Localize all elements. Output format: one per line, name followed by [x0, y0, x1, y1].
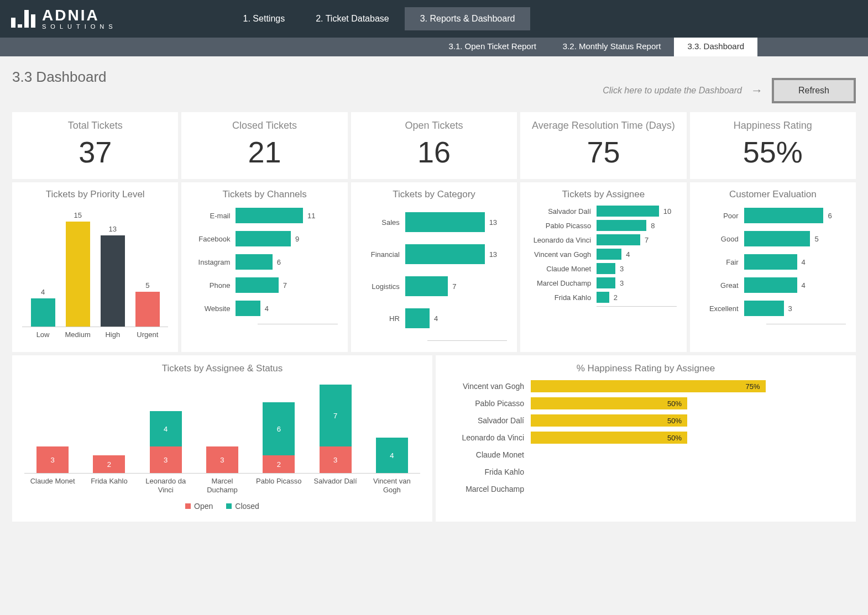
- chart-title: Tickets by Channels: [191, 189, 337, 200]
- topbar: ADNIA SOLUTIONS 1. Settings2. Ticket Dat…: [0, 0, 868, 38]
- chart-category: Tickets by Category Sales13Financial13Lo…: [351, 182, 517, 352]
- kpi-card-2: Open Tickets16: [351, 112, 517, 179]
- hbar-row: Leonardo da Vinci7: [530, 234, 676, 245]
- main-tab-1[interactable]: 2. Ticket Database: [300, 7, 405, 30]
- bar-medium: 15: [60, 206, 95, 327]
- hbar-value: 5: [814, 235, 818, 243]
- happiness-track: 50%: [531, 397, 844, 409]
- legend-closed: Closed: [226, 502, 259, 511]
- brand-sub: SOLUTIONS: [42, 23, 117, 30]
- kpi-value: 37: [12, 135, 178, 169]
- hbar-row: Financial13: [361, 244, 507, 264]
- happiness-row: Pablo Picasso50%: [448, 397, 844, 410]
- arrow-right-icon: →: [751, 83, 763, 98]
- hbar-row: Frida Kahlo2: [530, 292, 676, 303]
- hbar-track: 13: [405, 244, 507, 264]
- hbar: [236, 301, 260, 316]
- chart-evaluation: Customer Evaluation Poor6Good5Fair4Great…: [690, 182, 856, 352]
- bar-high: 13: [95, 206, 130, 327]
- hbar-track: 13: [405, 212, 507, 232]
- hbar: [236, 208, 303, 223]
- kpi-value: 21: [181, 135, 347, 169]
- hbar-label: Salvador Dalí: [530, 207, 597, 215]
- legend-open: Open: [185, 502, 213, 511]
- hbar-track: 7: [236, 277, 337, 293]
- hbar-value: 13: [489, 218, 497, 227]
- stack-cat: Claude Monet: [24, 477, 81, 494]
- happiness-track: 50%: [531, 432, 844, 444]
- happiness-bar: 50%: [531, 414, 687, 427]
- hbar: [236, 231, 291, 246]
- main-tab-0[interactable]: 1. Settings: [228, 7, 301, 30]
- kpi-value: 16: [351, 135, 517, 169]
- big-chart-row: Tickets by Assignee & Status 3234326374 …: [12, 355, 856, 522]
- main-tab-2[interactable]: 3. Reports & Dashboard: [405, 7, 531, 30]
- refresh-hint: Click here to update the Dashboard: [603, 86, 742, 96]
- hbar-row: Logistics7: [361, 276, 507, 296]
- hbar-label: Pablo Picasso: [530, 222, 597, 230]
- bar-value: 4: [41, 288, 45, 296]
- stack-seg-open: 3: [320, 446, 352, 473]
- hbar: [597, 292, 609, 303]
- hbar: [405, 308, 430, 328]
- bar-urgent: 5: [130, 206, 165, 327]
- hbar-row: Phone7: [191, 277, 337, 293]
- hbar-label: Poor: [700, 212, 744, 220]
- stack-seg-closed: 7: [320, 385, 352, 446]
- happiness-label: Claude Monet: [448, 450, 531, 459]
- bar: [66, 222, 90, 327]
- happiness-label: Leonardo da Vinci: [448, 433, 531, 442]
- chart-priority: Tickets by Priority Level 415135 LowMedi…: [12, 182, 178, 352]
- hbar-value: 9: [295, 235, 299, 243]
- stack-cat: Marcel Duchamp: [194, 477, 250, 494]
- hbar-label: Claude Monet: [530, 265, 597, 273]
- hbar-value: 2: [614, 293, 618, 302]
- hbar-label: Facebook: [191, 235, 236, 243]
- hbar-row: Great4: [700, 277, 846, 293]
- hbar-value: 8: [651, 222, 655, 230]
- stack-seg-closed: 6: [263, 402, 295, 455]
- stack-col: 3: [206, 446, 238, 473]
- bar-value: 13: [109, 225, 117, 233]
- happiness-row: Salvador Dalí50%: [448, 414, 844, 427]
- stack-seg-open: 3: [36, 446, 69, 473]
- hbar-track: 10: [597, 206, 676, 217]
- hbar-track: 3: [744, 301, 846, 316]
- hbar: [405, 276, 448, 296]
- hbar-value: 4: [802, 258, 806, 266]
- hbar-value: 3: [788, 304, 792, 313]
- chart-assignee: Tickets by Assignee Salvador Dalí10Pablo…: [520, 182, 686, 352]
- stack-seg-open: 3: [150, 446, 182, 473]
- hbar: [597, 220, 646, 231]
- hbar-row: E-mail11: [191, 208, 337, 223]
- hbar-track: 4: [405, 308, 507, 328]
- sub-tab-2[interactable]: 3.3. Dashboard: [674, 38, 757, 56]
- hbar-row: Marcel Duchamp3: [530, 277, 676, 288]
- hbar-label: Marcel Duchamp: [530, 279, 597, 287]
- chart-channels: Tickets by Channels E-mail11Facebook9Ins…: [181, 182, 347, 352]
- hbar-track: 4: [744, 254, 846, 270]
- sub-tab-0[interactable]: 3.1. Open Ticket Report: [435, 38, 549, 56]
- stack-cat: Vincent van Gogh: [364, 477, 420, 494]
- hbar-row: Sales13: [361, 212, 507, 232]
- kpi-value: 75: [520, 135, 686, 169]
- hbar: [236, 254, 272, 270]
- chart-title: Tickets by Assignee: [530, 189, 676, 200]
- happiness-track: 50%: [531, 414, 844, 427]
- stack-seg-open: 2: [263, 455, 295, 473]
- brand-name: ADNIA: [42, 8, 117, 23]
- stack-seg-open: 2: [93, 455, 125, 473]
- hbar-plot: Vincent van Gogh75%Pablo Picasso50%Salva…: [448, 380, 844, 496]
- sub-tab-1[interactable]: 3.2. Monthly Status Report: [550, 38, 674, 56]
- chart-title: Tickets by Assignee & Status: [24, 363, 420, 374]
- stack-col: 37: [320, 385, 352, 473]
- bar: [31, 298, 55, 327]
- hbar-track: 9: [236, 231, 337, 246]
- refresh-button[interactable]: Refresh: [772, 78, 856, 103]
- hbar: [405, 212, 485, 232]
- bar-cat: High: [95, 330, 130, 339]
- hbar-row: Poor6: [700, 208, 846, 223]
- hbar-track: 4: [597, 249, 676, 260]
- hbar: [744, 277, 797, 293]
- hbar-label: Financial: [361, 250, 405, 259]
